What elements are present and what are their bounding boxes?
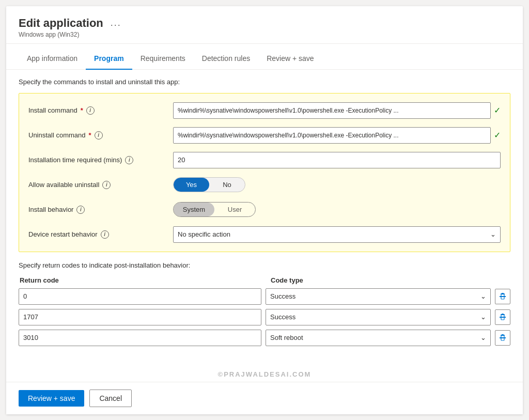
installation-time-row: Installation time required (mins) i [28,151,501,169]
device-restart-value: No specific action [178,230,230,238]
code-type-select-1[interactable]: Success ⌄ [266,309,491,325]
tab-requirements[interactable]: Requirements [132,48,194,70]
code-type-col-header: Code type [267,276,510,284]
return-codes-desc: Specify return codes to indicate post-in… [19,261,510,269]
uninstall-command-control: ✓ [173,127,501,144]
watermark: ©PRAJWALDESAI.COM [218,370,312,378]
install-command-required: * [81,106,83,114]
code-type-value-1: Success [270,313,295,321]
install-command-control: ✓ [173,102,501,119]
install-behavior-system-btn[interactable]: System [174,203,214,216]
installation-time-control [173,152,501,168]
program-section-desc: Specify the commands to install and unin… [19,78,510,86]
tab-app-information[interactable]: App information [19,48,86,70]
allow-uninstall-info-icon[interactable]: i [102,181,111,189]
page-title: Edit application [19,17,103,30]
return-code-input-0[interactable] [19,288,261,305]
install-behavior-control: System User [173,202,501,217]
tab-program[interactable]: Program [86,48,132,70]
allow-uninstall-control: Yes No [173,177,501,192]
tab-review-save[interactable]: Review + save [258,48,322,70]
tab-detection-rules[interactable]: Detection rules [194,48,258,70]
installation-time-input[interactable] [173,152,501,168]
chevron-down-icon: ⌄ [480,334,486,341]
chevron-down-icon: ⌄ [480,292,486,300]
code-type-value-0: Success [270,292,295,300]
review-save-button[interactable]: Review + save [19,390,84,407]
svg-rect-0 [500,296,506,297]
return-codes-header: Return code Code type [19,276,510,284]
return-code-input-1[interactable] [19,309,261,325]
install-behavior-row: Install behavior i System User [28,201,501,219]
code-type-select-0[interactable]: Success ⌄ [266,288,491,305]
uninstall-command-required: * [89,131,91,139]
install-command-input[interactable] [173,102,491,119]
device-restart-label: Device restart behavior i [28,230,173,239]
install-command-check-icon: ✓ [494,105,501,115]
svg-rect-8 [500,337,506,338]
chevron-down-icon: ⌄ [480,313,486,321]
allow-uninstall-yes-btn[interactable]: Yes [174,178,209,192]
allow-uninstall-label: Allow available uninstall i [28,181,173,189]
delete-row-btn-0[interactable] [495,289,510,304]
ellipsis-button[interactable]: ... [108,17,123,29]
svg-rect-4 [500,317,506,318]
uninstall-command-info-icon[interactable]: i [95,131,103,139]
install-behavior-toggle: System User [173,202,256,217]
return-code-input-2[interactable] [19,330,261,346]
uninstall-command-check-icon: ✓ [494,130,501,140]
device-restart-select[interactable]: No specific action ⌄ [173,226,501,243]
allow-uninstall-toggle: Yes No [173,177,245,192]
delete-row-btn-1[interactable] [495,309,510,325]
device-restart-row: Device restart behavior i No specific ac… [28,226,501,243]
tabs-nav: App information Program Requirements Det… [6,48,523,70]
return-codes-section: Specify return codes to indicate post-in… [19,261,510,346]
allow-uninstall-row: Allow available uninstall i Yes No [28,176,501,194]
table-row: Success ⌄ [19,309,510,325]
uninstall-command-row: Uninstall command * i ✓ [28,127,501,144]
install-behavior-label: Install behavior i [28,206,173,214]
return-code-col-header: Return code [19,276,267,284]
install-command-row: Install command * i ✓ [28,102,501,119]
install-command-info-icon[interactable]: i [86,106,95,115]
cancel-button[interactable]: Cancel [89,390,132,407]
installation-time-info-icon[interactable]: i [125,156,133,164]
installation-time-label: Installation time required (mins) i [28,156,173,164]
install-behavior-info-icon[interactable]: i [76,206,85,214]
device-restart-info-icon[interactable]: i [101,230,109,239]
delete-row-btn-2[interactable] [495,330,510,346]
table-row: Success ⌄ [19,288,510,305]
allow-uninstall-no-btn[interactable]: No [209,178,245,192]
device-restart-control: No specific action ⌄ [173,226,501,243]
install-behavior-user-btn[interactable]: User [214,203,255,216]
svg-rect-7 [502,314,504,315]
table-row: Soft reboot ⌄ [19,330,510,346]
program-form-section: Install command * i ✓ Uninstall command … [19,93,510,252]
uninstall-command-label: Uninstall command * i [28,131,173,139]
page-subtitle: Windows app (Win32) [19,31,510,38]
footer: Review + save Cancel [6,382,523,414]
code-type-value-2: Soft reboot [270,334,303,341]
svg-rect-3 [502,293,504,294]
uninstall-command-input[interactable] [173,127,491,144]
install-command-label: Install command * i [28,106,173,115]
svg-rect-11 [502,334,504,335]
chevron-down-icon: ⌄ [490,230,496,238]
code-type-select-2[interactable]: Soft reboot ⌄ [266,330,491,346]
